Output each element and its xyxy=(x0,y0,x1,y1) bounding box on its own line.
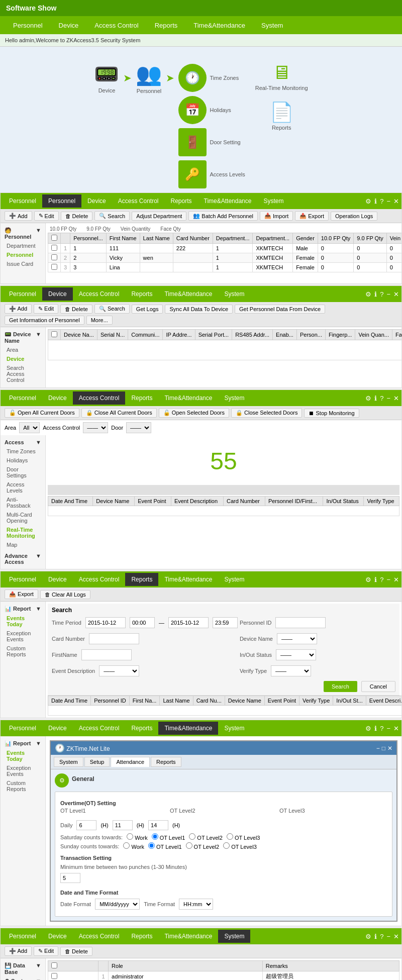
dialog-nav-setup[interactable]: Setup xyxy=(84,757,110,767)
pnav-sys-1[interactable]: Time&Attendance xyxy=(198,194,258,208)
pnav-p6-ta[interactable]: Time&Attendance xyxy=(158,930,218,943)
get-personnel-btn[interactable]: Get Personnel Data From Device xyxy=(235,305,325,314)
delete-btn-2[interactable]: 🗑 Delete xyxy=(60,305,92,314)
add-btn-1[interactable]: ➕ Add xyxy=(5,211,32,221)
pnav-p5-reports[interactable]: Reports xyxy=(125,722,158,735)
sys-db-section[interactable]: 💾 Data Base ▼ xyxy=(1,961,45,976)
time-to-input[interactable] xyxy=(213,617,238,628)
sidebar-device[interactable]: Device xyxy=(1,354,45,363)
sidebar-toggle-1[interactable]: ▼ xyxy=(36,227,41,240)
sidebar-exception-5[interactable]: Exception Events xyxy=(1,763,45,778)
edit-btn-6[interactable]: ✎ Edit xyxy=(34,946,58,956)
settings-icon-6[interactable]: ⚙ xyxy=(365,933,371,940)
nav-personnel[interactable]: Personnel xyxy=(5,18,51,33)
pnav-p4-device[interactable]: Device xyxy=(42,573,73,586)
pnav-device-1[interactable]: Personnel xyxy=(42,194,81,208)
advance-section-label[interactable]: Advance Access ▼ xyxy=(1,551,45,566)
pnav-p4-ta[interactable]: Time&Attendance xyxy=(158,573,218,586)
ac-sidebar-toggle[interactable]: ▼ xyxy=(36,439,41,445)
pnav-p3-reports[interactable]: Reports xyxy=(125,391,158,405)
event-desc-select[interactable]: —— xyxy=(99,665,139,676)
close-icon-5[interactable]: ✕ xyxy=(393,725,399,732)
info-icon-5[interactable]: ℹ xyxy=(374,725,377,732)
card-input[interactable] xyxy=(89,633,139,644)
sun-ot2-option[interactable]: OT Level2 xyxy=(186,842,220,850)
date-from-input[interactable] xyxy=(85,617,126,628)
sidebar-events-today-5[interactable]: Events Today xyxy=(1,748,45,763)
info-icon-3[interactable]: ℹ xyxy=(374,395,377,402)
sidebar-access-levels[interactable]: Access Levels xyxy=(1,480,45,495)
info-icon-2[interactable]: ℹ xyxy=(374,290,377,298)
pnav-p6-reports[interactable]: Reports xyxy=(125,930,158,943)
add-btn-6[interactable]: ➕ Add xyxy=(5,946,32,956)
search-submit-btn[interactable]: Search xyxy=(324,681,357,692)
sys-db-toggle[interactable]: ▼ xyxy=(36,962,41,975)
settings-icon-3[interactable]: ⚙ xyxy=(365,395,371,402)
device-sidebar-toggle[interactable]: ▼ xyxy=(36,331,41,344)
select-all-1[interactable] xyxy=(51,235,57,241)
export-btn-1[interactable]: 📤 Export xyxy=(295,211,329,221)
close-icon-2[interactable]: ✕ xyxy=(393,290,399,298)
ac-sidebar-section[interactable]: Access ▼ xyxy=(1,438,45,447)
select-all-6[interactable] xyxy=(51,962,57,968)
get-logs-btn[interactable]: Get Logs xyxy=(132,305,163,314)
sidebar-custom-4[interactable]: Custom Reports xyxy=(1,644,45,659)
ta-report-section[interactable]: 📊 Report ▼ xyxy=(1,739,45,748)
nav-reports[interactable]: Reports xyxy=(147,18,186,33)
delete-btn-1[interactable]: 🗑 Delete xyxy=(61,212,93,221)
sidebar-issue-card[interactable]: Issue Card xyxy=(1,259,45,268)
pnav-p4-personnel[interactable]: Personnel xyxy=(3,573,42,586)
close-icon-6[interactable]: ✕ xyxy=(393,933,399,940)
sidebar-search-access[interactable]: Search Access Control xyxy=(1,363,45,384)
sidebar-area[interactable]: Area xyxy=(1,345,45,354)
search-btn-1[interactable]: 🔍 Search xyxy=(94,211,130,221)
pnav-personnel-1[interactable]: Personnel xyxy=(3,194,42,208)
sidebar-personnel[interactable]: Personnel xyxy=(1,250,45,259)
nav-time-attendance[interactable]: Time&Attendance xyxy=(185,18,253,33)
reports-section[interactable]: 📊 Report ▼ xyxy=(1,604,45,614)
search-btn-2[interactable]: 🔍 Search xyxy=(94,304,130,314)
daily-ot3-input[interactable] xyxy=(148,820,168,830)
door-select[interactable]: —— xyxy=(126,422,151,433)
nav-system[interactable]: System xyxy=(253,18,291,33)
pnav-p2-personnel[interactable]: Personnel xyxy=(3,287,42,301)
question-icon-5[interactable]: ? xyxy=(380,725,383,732)
sidebar-door-settings[interactable]: Door Settings xyxy=(1,465,45,480)
sidebar-realtime[interactable]: Real-Time Monitoring xyxy=(1,525,45,540)
question-icon-2[interactable]: ? xyxy=(380,290,383,298)
sidebar-map[interactable]: Map xyxy=(1,540,45,549)
info-icon-6[interactable]: ℹ xyxy=(374,933,377,940)
pnav-p6-device[interactable]: Device xyxy=(42,930,73,943)
close-selected-btn[interactable]: 🔒 Close Selected Doors xyxy=(231,408,302,418)
pnav-p2-sys[interactable]: System xyxy=(218,287,250,301)
sun-work-option[interactable]: Work xyxy=(123,842,144,850)
export-btn-4[interactable]: 📤 Export xyxy=(5,590,38,599)
question-icon-4[interactable]: ? xyxy=(380,576,383,583)
sun-ot1-option[interactable]: OT Level1 xyxy=(148,842,182,850)
sidebar-department[interactable]: Department xyxy=(1,241,45,250)
pnav-p3-access[interactable]: Access Control xyxy=(73,391,126,405)
device-sidebar-section[interactable]: 📟 Device Name ▼ xyxy=(1,330,45,345)
pnav-p6-personnel[interactable]: Personnel xyxy=(3,930,42,943)
settings-icon-4[interactable]: ⚙ xyxy=(365,576,371,583)
edit-btn-2[interactable]: ✎ Edit xyxy=(34,304,58,314)
more-btn[interactable]: More... xyxy=(86,316,113,325)
time-format-select[interactable]: HH:mm xyxy=(179,899,213,910)
op-logs-btn[interactable]: Operation Logs xyxy=(331,212,377,221)
dialog-nav-reports[interactable]: Reports xyxy=(151,757,181,767)
minimize-icon-1[interactable]: − xyxy=(386,198,390,205)
row-check[interactable] xyxy=(48,263,61,272)
sat-ot3-option[interactable]: OT Level3 xyxy=(227,833,260,841)
pnav-p5-personnel[interactable]: Personnel xyxy=(3,722,42,735)
settings-icon-5[interactable]: ⚙ xyxy=(365,725,371,732)
pnav-p3-device[interactable]: Device xyxy=(42,391,73,405)
pnav-p5-ta[interactable]: Time&Attendance xyxy=(158,722,218,735)
pnav-p4-reports[interactable]: Reports xyxy=(125,573,158,586)
time-from-input[interactable] xyxy=(130,617,155,628)
close-all-doors-btn[interactable]: 🔒 Close All Current Doors xyxy=(81,408,157,418)
pnav-access-1[interactable]: Device xyxy=(81,194,112,208)
sys-system-section[interactable]: ⚙ System ▼ xyxy=(1,976,45,980)
date-format-select[interactable]: MM/dd/yyyy xyxy=(95,899,140,910)
dialog-close[interactable]: ✕ xyxy=(387,745,392,752)
minimize-icon-4[interactable]: − xyxy=(386,576,390,583)
